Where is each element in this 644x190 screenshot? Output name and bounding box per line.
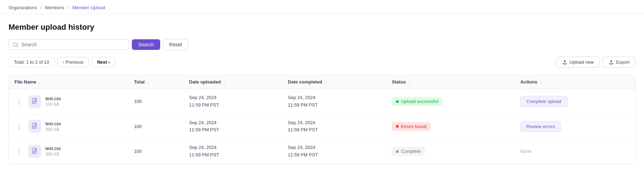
cell-status-0: Upload successful	[386, 89, 515, 114]
next-button[interactable]: Next ›	[92, 57, 116, 67]
export-label: Export	[616, 59, 629, 65]
cell-date-uploaded-1: Sep 24, 202411:59 PM PST	[184, 114, 282, 139]
search-input[interactable]	[21, 42, 124, 47]
file-name: test.csv	[45, 96, 61, 101]
status-badge: Complete	[392, 147, 425, 156]
search-row: Search Reset	[9, 39, 635, 50]
status-dot	[396, 150, 399, 153]
previous-label: Previous	[66, 59, 84, 65]
toolbar-left: Total: 1 to 2 of 10 ‹ Previous Next ›	[9, 57, 115, 67]
file-csv-icon	[32, 148, 38, 155]
cell-status-2: Complete	[386, 139, 515, 164]
uploads-table: File Name ↓ Total ↓ Date uploaded ↓ Date…	[9, 75, 635, 164]
file-size: 100 KB	[45, 102, 61, 107]
table-row: ⋮ test.csv 100 KB 100Sep 24, 2024	[9, 89, 635, 114]
previous-button[interactable]: ‹ Previous	[57, 57, 89, 67]
upload-new-label: Upload new	[570, 59, 594, 65]
col-total: Total ↓	[128, 75, 183, 89]
breadcrumb-organizations[interactable]: Organizations	[9, 5, 37, 10]
upload-new-button[interactable]: Upload new	[556, 57, 600, 68]
status-badge: Errors found	[392, 122, 431, 131]
reset-button[interactable]: Reset	[163, 39, 188, 50]
action-none: None	[520, 149, 531, 154]
cell-total-1: 100	[128, 114, 183, 139]
row-menu-button[interactable]: ⋮	[15, 122, 24, 131]
cell-date-uploaded-2: Sep 24, 202411:59 PM PST	[184, 139, 282, 164]
file-size: 300 KB	[45, 152, 61, 157]
breadcrumb-members[interactable]: Members	[45, 5, 64, 10]
next-label: Next	[97, 59, 107, 65]
sort-icon-total: ↓	[147, 80, 150, 84]
file-csv-icon	[32, 123, 38, 130]
table-row: ⋮ test.csv 300 KB 100Sep 24, 2024	[9, 139, 635, 164]
col-date-uploaded: Date uploaded ↓	[184, 75, 282, 89]
sort-icon-date-completed: ↓	[325, 80, 327, 84]
cell-date-uploaded-0: Sep 24, 202411:59 PM PST	[184, 89, 282, 114]
col-actions: Actions ↓	[515, 75, 635, 89]
col-status: Status ↓	[386, 75, 515, 89]
cell-action-1: Review errors	[515, 114, 635, 139]
cell-file-1: ⋮ test.csv 200 KB	[9, 114, 128, 139]
file-size: 200 KB	[45, 127, 61, 132]
cell-file-2: ⋮ test.csv 300 KB	[9, 139, 128, 164]
file-icon-wrap	[28, 145, 41, 158]
chevron-left-icon: ‹	[63, 59, 64, 65]
chevron-right-icon: ›	[108, 59, 110, 65]
breadcrumb-sep-1: /	[40, 5, 42, 10]
file-icon-wrap	[28, 120, 41, 133]
file-name: test.csv	[45, 121, 61, 126]
cell-date-completed-2: Sep 24, 202411:59 PM PST	[282, 139, 386, 164]
row-menu-button[interactable]: ⋮	[15, 147, 24, 156]
toolbar-row: Total: 1 to 2 of 10 ‹ Previous Next › Up…	[9, 57, 635, 68]
toolbar-right: Upload new Export	[556, 57, 635, 68]
action-button[interactable]: Complete upload	[520, 96, 567, 107]
cell-action-0: Complete upload	[515, 89, 635, 114]
sort-icon-actions: ↓	[540, 80, 542, 84]
table-wrap: File Name ↓ Total ↓ Date uploaded ↓ Date…	[9, 75, 635, 164]
file-name: test.csv	[45, 146, 61, 151]
file-csv-icon	[32, 98, 38, 105]
cell-status-1: Errors found	[386, 114, 515, 139]
cell-action-2: None	[515, 139, 635, 164]
page-title: Member upload history	[9, 23, 635, 32]
upload-icon	[562, 59, 567, 65]
breadcrumb-member-upload: Member Upload	[72, 5, 105, 10]
sort-icon-date-uploaded: ↓	[224, 80, 226, 84]
col-file-name: File Name ↓	[9, 75, 128, 89]
svg-line-1	[17, 46, 18, 47]
search-button[interactable]: Search	[132, 39, 160, 50]
file-icon-wrap	[28, 95, 41, 108]
cell-total-2: 100	[128, 139, 183, 164]
status-badge: Upload successful	[392, 97, 443, 106]
action-button[interactable]: Review errors	[520, 121, 561, 132]
table-row: ⋮ test.csv 200 KB 100Sep 24, 2024	[9, 114, 635, 139]
status-dot	[396, 100, 399, 103]
search-icon	[13, 42, 18, 47]
cell-file-0: ⋮ test.csv 100 KB	[9, 89, 128, 114]
cell-date-completed-1: Sep 24, 202411:59 PM PST	[282, 114, 386, 139]
status-dot	[396, 125, 399, 128]
cell-total-0: 100	[128, 89, 183, 114]
export-icon	[609, 59, 614, 65]
export-button[interactable]: Export	[603, 57, 635, 68]
sort-icon-status: ↓	[409, 80, 411, 84]
breadcrumb-sep-2: /	[68, 5, 69, 10]
table-header-row: File Name ↓ Total ↓ Date uploaded ↓ Date…	[9, 75, 635, 89]
col-date-completed: Date completed ↓	[282, 75, 386, 89]
cell-date-completed-0: Sep 24, 202411:59 PM PST	[282, 89, 386, 114]
row-menu-button[interactable]: ⋮	[15, 97, 24, 106]
search-input-wrap	[9, 39, 129, 50]
sort-icon-file-name: ↓	[39, 80, 41, 84]
breadcrumb: Organizations / Members / Member Upload	[0, 0, 644, 14]
total-label: Total: 1 to 2 of 10	[9, 57, 55, 67]
